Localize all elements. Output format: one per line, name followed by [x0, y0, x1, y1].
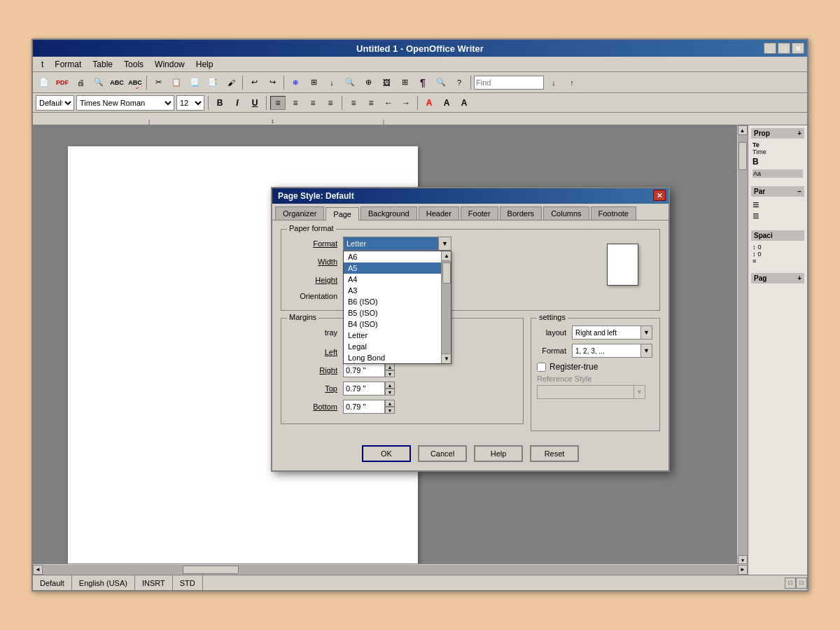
bullets-button[interactable]: ≡ [346, 96, 361, 110]
help-button[interactable]: Help [474, 445, 523, 462]
format-paintbrush-button[interactable]: 🖌 [223, 75, 239, 90]
dropdown-item-a4[interactable]: A4 [344, 274, 451, 285]
bottom-spin-down[interactable]: ▼ [385, 407, 395, 414]
hyperlink-button[interactable]: ⊕ [287, 75, 304, 90]
layout-select[interactable]: Right and left ▼ [572, 326, 652, 340]
cut-button[interactable]: ✂ [150, 75, 167, 90]
tab-background[interactable]: Background [360, 206, 417, 220]
print-button[interactable]: 🖨 [72, 75, 89, 90]
layout-arrow[interactable]: ▼ [640, 326, 652, 339]
dropdown-item-a6[interactable]: A6 [344, 251, 451, 262]
style-select[interactable]: Default [36, 95, 74, 111]
underline-button[interactable]: U [247, 96, 262, 110]
dropdown-item-letter[interactable]: Letter [344, 330, 451, 341]
menu-item-format[interactable]: Format [49, 58, 87, 71]
panel-spacing-header[interactable]: Spaci [751, 230, 804, 241]
page-format-select[interactable]: 1, 2, 3, ... ▼ [572, 344, 652, 358]
panel-paragraph-header[interactable]: Par − [751, 186, 804, 197]
find-input[interactable] [474, 76, 544, 90]
top-spin-up[interactable]: ▲ [385, 382, 395, 388]
minimize-button[interactable]: _ [764, 43, 776, 54]
dropdown-item-a5[interactable]: A5 [344, 262, 451, 274]
redo-button[interactable]: ↪ [264, 75, 281, 90]
nonprint-button[interactable]: ¶ [414, 75, 431, 90]
ok-button[interactable]: OK [362, 445, 411, 462]
dropdown-item-b5[interactable]: B5 (ISO) [344, 307, 451, 318]
maximize-button[interactable]: □ [778, 43, 790, 54]
tab-footer[interactable]: Footer [461, 206, 498, 220]
panel-properties-header[interactable]: Prop + [751, 128, 804, 139]
tab-header[interactable]: Header [419, 206, 459, 220]
cancel-button[interactable]: Cancel [418, 445, 467, 462]
scroll-track[interactable] [738, 135, 748, 555]
status-icon1[interactable]: □ [785, 578, 796, 589]
scroll-left-button[interactable]: ◄ [33, 565, 43, 575]
dropdown-item-a3[interactable]: A3 [344, 285, 451, 296]
copy-button[interactable]: 📋 [168, 75, 185, 90]
menu-item-window[interactable]: Window [149, 58, 190, 71]
menu-item-table[interactable]: Table [87, 58, 118, 71]
new-button[interactable]: 📄 [36, 75, 52, 90]
register-true-checkbox[interactable] [537, 363, 546, 372]
dropdown-scroll-down[interactable]: ▼ [442, 354, 451, 363]
dropdown-item-b6[interactable]: B6 (ISO) [344, 296, 451, 307]
top-margin-input[interactable] [343, 382, 385, 396]
find-prev-button[interactable]: ↓ [545, 75, 562, 90]
panel-page-header[interactable]: Pag + [751, 273, 804, 284]
scroll-up-button[interactable]: ▲ [738, 125, 748, 135]
background-button[interactable]: A [456, 96, 472, 110]
align-justify-button[interactable]: ≡ [323, 96, 338, 110]
h-scroll-track[interactable] [43, 565, 738, 575]
indent-decrease-button[interactable]: ← [381, 96, 396, 110]
numbering-button[interactable]: ≡ [363, 96, 379, 110]
dropdown-scroll-track[interactable] [442, 261, 451, 354]
undo-button[interactable]: ↩ [246, 75, 262, 90]
align-center-button[interactable]: ≡ [288, 96, 303, 110]
dropdown-item-legal[interactable]: Legal [344, 341, 451, 352]
bold-button[interactable]: B [212, 96, 227, 110]
menu-item-t[interactable]: t [36, 58, 49, 71]
indent-increase-button[interactable]: → [398, 96, 414, 110]
scroll-right-button[interactable]: ► [738, 565, 748, 575]
tab-footnote[interactable]: Footnote [591, 206, 636, 220]
find-next-button[interactable]: ↑ [564, 75, 580, 90]
spell-button[interactable]: ABC [108, 75, 125, 90]
help-button[interactable]: ? [451, 75, 468, 90]
bottom-margin-input[interactable] [343, 400, 385, 414]
datasources-button[interactable]: ⊞ [396, 75, 413, 90]
dropdown-scroll-up[interactable]: ▲ [442, 251, 451, 261]
tab-columns[interactable]: Columns [543, 206, 589, 220]
spell2-button[interactable]: ABC [127, 75, 144, 90]
dropdown-item-b4[interactable]: B4 (ISO) [344, 318, 451, 330]
right-margin-input[interactable] [343, 363, 385, 377]
right-spin-up[interactable]: ▲ [385, 363, 395, 370]
highlight-button[interactable]: A [439, 96, 454, 110]
h-scroll-thumb[interactable] [183, 566, 239, 574]
table-button[interactable]: ⊞ [305, 75, 322, 90]
insert-button[interactable]: ↓ [323, 75, 340, 90]
dropdown-item-longbond[interactable]: Long Bond [344, 352, 451, 363]
align-right-button[interactable]: ≡ [305, 96, 321, 110]
pdf-button[interactable]: PDF [54, 75, 71, 90]
reset-button[interactable]: Reset [530, 445, 579, 462]
scroll-thumb[interactable] [738, 142, 747, 170]
find-button[interactable]: 🔍 [342, 75, 358, 90]
paste2-button[interactable]: 📑 [204, 75, 221, 90]
close-button[interactable]: ✕ [792, 43, 804, 54]
align-left-button[interactable]: ≡ [270, 96, 286, 110]
zoom-button[interactable]: 🔍 [433, 75, 449, 90]
italic-button[interactable]: I [230, 96, 245, 110]
menu-item-help[interactable]: Help [190, 58, 219, 71]
dropdown-scroll-thumb[interactable] [442, 262, 451, 284]
page-format-arrow[interactable]: ▼ [640, 344, 652, 357]
bottom-spin-up[interactable]: ▲ [385, 400, 395, 407]
navigator-button[interactable]: ⊕ [360, 75, 377, 90]
format-select-display[interactable]: Letter ▼ [343, 237, 451, 251]
font-color-button[interactable]: A [421, 96, 437, 110]
paste-button[interactable]: 📃 [186, 75, 203, 90]
tab-organizer[interactable]: Organizer [275, 206, 324, 220]
size-select[interactable]: 12 [176, 95, 204, 111]
preview-button[interactable]: 🔍 [90, 75, 107, 90]
gallery-button[interactable]: 🖼 [378, 75, 395, 90]
top-spin-down[interactable]: ▼ [385, 388, 395, 396]
